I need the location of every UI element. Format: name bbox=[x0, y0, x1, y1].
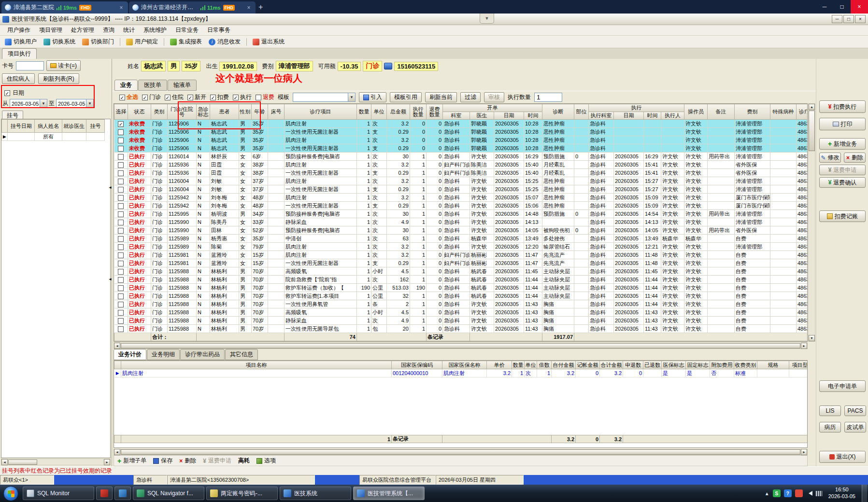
template-ref-button[interactable]: 模板引用 bbox=[390, 92, 422, 102]
browser-tab[interactable]: 漳浦县第二医院19msFHD× bbox=[1, 1, 128, 14]
grid-header-cell[interactable]: 时间 bbox=[644, 112, 661, 120]
pacs-button[interactable]: PACS bbox=[844, 405, 866, 416]
row-select-checkbox[interactable] bbox=[118, 187, 124, 193]
row-select-checkbox[interactable] bbox=[118, 203, 124, 209]
switch-user-button[interactable]: 切换用户 bbox=[2, 37, 40, 47]
filter-checkbox-门诊[interactable]: 门诊 bbox=[142, 93, 161, 101]
grid-row[interactable]: 已执行门诊1125990N田林女52岁预防接种服务费[电脑咨1次3010急诊科许… bbox=[114, 226, 808, 235]
grid-row[interactable]: 未收费门诊1125906N杨志武男35岁一次性使用无菌注射器1支0.2900急诊… bbox=[114, 144, 808, 153]
biz-tab[interactable]: 输液单 bbox=[168, 80, 197, 91]
row-select-checkbox[interactable] bbox=[118, 244, 124, 250]
security-icon[interactable] bbox=[795, 489, 803, 497]
grid-header-cell[interactable]: 时间 bbox=[524, 112, 542, 120]
bottom-tab[interactable]: 业务计价 bbox=[114, 349, 146, 360]
hidden-icons-icon[interactable]: ▲ bbox=[765, 491, 769, 496]
row-select-checkbox[interactable] bbox=[118, 228, 124, 234]
grid-row[interactable]: 已执行门诊1125990N陈美丹女33岁静脉采血1次4.910急诊科许文钦202… bbox=[114, 218, 808, 226]
scroll-left-icon[interactable]: ◄ bbox=[114, 449, 120, 455]
switch-department-button[interactable]: 切换部门 bbox=[79, 37, 117, 47]
grid-row[interactable]: 已执行门诊1125988N林杨利男70岁高频吸氧1小时4.510急诊科杨武春20… bbox=[114, 267, 808, 276]
grid-row[interactable]: 已执行门诊1125936N田霞女38岁一次性使用无菌注射器1支0.2910妇产科… bbox=[114, 169, 808, 177]
grid-row[interactable]: 已执行门诊1125988N林杨利男70岁静脉采血1次4.910急诊科许文钦202… bbox=[114, 317, 808, 325]
card-number-input[interactable] bbox=[16, 61, 44, 70]
reg-header-cell[interactable]: 就诊医生 bbox=[62, 120, 86, 133]
template-select[interactable]: ▼ bbox=[293, 93, 356, 102]
taskbar-button-notepad-doc[interactable]: 两定账号密码-... bbox=[206, 487, 278, 500]
grid-header-cell[interactable]: 选择 bbox=[114, 104, 128, 120]
grid-header-cell[interactable]: 年龄 bbox=[252, 104, 268, 120]
grid-hscrollbar[interactable]: ◄ ► bbox=[114, 342, 808, 349]
grid-header-cell[interactable]: 退费数量 bbox=[427, 104, 443, 120]
maximize-icon[interactable]: □ bbox=[833, 0, 851, 14]
phonebook-icon[interactable] bbox=[384, 63, 392, 70]
taskbar-button-sql-app[interactable] bbox=[96, 487, 113, 500]
reg-header-cell[interactable]: 病人姓名 bbox=[35, 120, 62, 133]
row-select-checkbox[interactable] bbox=[118, 170, 124, 176]
grid-header-cell[interactable]: 性别 bbox=[239, 104, 252, 120]
filter-checkbox-扣费[interactable]: 扣费 bbox=[210, 93, 229, 101]
filter-checkbox-执行[interactable]: 执行 bbox=[233, 93, 252, 101]
grid-row[interactable]: 未收费门诊1125906N杨志武男35岁一次性使用无菌注射器1支0.2900急诊… bbox=[114, 128, 808, 136]
save-button[interactable]: 保存 bbox=[153, 457, 172, 465]
menu-item[interactable]: 用户操作 bbox=[3, 25, 35, 35]
grid-row[interactable]: 已执行门诊1125942N刘冬梅女48岁肌肉注射1次3.210急诊科许文钦202… bbox=[114, 194, 808, 202]
filter-checkbox-新开[interactable]: 新开 bbox=[187, 93, 206, 101]
minimize-icon[interactable]: ─ bbox=[816, 0, 833, 14]
dropdown-icon[interactable]: ▼ bbox=[348, 93, 355, 101]
row-select-checkbox[interactable] bbox=[118, 252, 124, 258]
detail-header-cell[interactable]: 医保标志 bbox=[662, 361, 686, 369]
detail-header-cell[interactable]: 项目名称 bbox=[121, 361, 392, 369]
biz-tab[interactable]: 医技单 bbox=[138, 80, 167, 91]
grid-header-cell[interactable]: 单位 bbox=[371, 104, 387, 120]
scroll-up-icon[interactable]: ▲ bbox=[809, 104, 815, 110]
grid-row[interactable]: 已执行门诊1125989N陈菊女79岁肌肉注射1次3.210急诊科许文钦2026… bbox=[114, 243, 808, 251]
grid-header-cell[interactable]: 特殊病种 bbox=[770, 104, 797, 120]
scroll-left-icon[interactable]: ◄ bbox=[1, 459, 8, 465]
grid-row[interactable]: 已执行门诊1125936N田霞女38岁肌肉注射1次3.210妇产科门诊陈美洁20… bbox=[114, 161, 808, 169]
date-to-select[interactable]: 2026-03-05 ▼ bbox=[56, 99, 94, 108]
row-select-checkbox[interactable] bbox=[118, 318, 124, 324]
grid-header-cell[interactable]: 部位 bbox=[574, 104, 589, 120]
volume-icon[interactable] bbox=[806, 491, 812, 496]
scroll-down-icon[interactable]: ▼ bbox=[809, 335, 815, 341]
menu-item[interactable]: 查询 bbox=[99, 25, 119, 35]
taskbar-button-sql-navigator[interactable]: SQL Navigator f... bbox=[133, 487, 204, 500]
grid-header-cell[interactable]: 操作员 bbox=[684, 104, 708, 120]
grid-row[interactable]: 已执行门诊1125988N林杨利男70岁救护车转运费（加收）【190公里513.… bbox=[114, 284, 808, 292]
date-from-select[interactable]: 2026-03-05 ▼ bbox=[10, 99, 47, 108]
import-button[interactable]: 引入 bbox=[359, 92, 386, 102]
app-minimize-icon[interactable]: ─ bbox=[832, 15, 842, 23]
grid-header-cell[interactable]: 执行数量 bbox=[410, 104, 427, 120]
detail-header-cell[interactable]: 已退数 bbox=[643, 361, 662, 369]
refresh-list-button[interactable]: 刷新列表(R) bbox=[38, 73, 79, 84]
grid-row[interactable]: 已执行门诊1125981N蓝雅玲女15岁肌肉注射1次3.210妇产科门诊杨丽彬2… bbox=[114, 251, 808, 259]
row-select-checkbox[interactable] bbox=[118, 162, 124, 168]
skin-test-button[interactable]: 皮试单 bbox=[844, 422, 866, 432]
row-select-checkbox[interactable] bbox=[118, 211, 124, 217]
detail-header-cell[interactable]: 附加费用 bbox=[710, 361, 734, 369]
grid-row[interactable]: 已执行门诊1126004N刘敏女37岁一次性使用无菌注射器1支0.2910急诊科… bbox=[114, 185, 808, 194]
app-maximize-icon[interactable]: □ bbox=[843, 15, 854, 23]
grid-header-cell[interactable]: 门诊/住院号 bbox=[168, 104, 197, 120]
grid-header-cell[interactable]: 日期 bbox=[494, 112, 524, 120]
print-button[interactable]: 打印 bbox=[819, 118, 866, 130]
detail-header-cell[interactable]: 倍数 bbox=[537, 361, 552, 369]
reg-header-cell[interactable]: 挂号日期 bbox=[8, 120, 35, 133]
detail-header-cell[interactable]: 项目型号 bbox=[789, 361, 808, 369]
refund-request-button[interactable]: 退费申请 bbox=[819, 165, 866, 175]
deduct-execute-button[interactable]: 扣费执行 bbox=[819, 100, 866, 113]
browser-collapse-chevron[interactable]: ▼ bbox=[480, 14, 494, 24]
grid-header-cell[interactable]: 状态 bbox=[128, 104, 151, 120]
reg-row[interactable]: ▶所有 bbox=[2, 133, 105, 141]
taskbar-button-paint-brush[interactable] bbox=[114, 487, 131, 500]
detail-header-cell[interactable]: 申退数 bbox=[623, 361, 643, 369]
tab-close-icon[interactable]: × bbox=[118, 4, 125, 11]
inpatient-button[interactable]: 住院病人 bbox=[2, 73, 35, 84]
add-business-button[interactable]: 新增业务 bbox=[819, 138, 866, 150]
detail-header-cell[interactable]: 单位 bbox=[525, 361, 537, 369]
scrollbar-thumb[interactable] bbox=[8, 460, 37, 465]
row-select-checkbox[interactable] bbox=[118, 277, 124, 283]
options-button[interactable]: 选项 bbox=[256, 457, 276, 465]
dropdown-icon[interactable]: ▼ bbox=[40, 99, 47, 108]
row-select-checkbox[interactable] bbox=[118, 129, 124, 135]
